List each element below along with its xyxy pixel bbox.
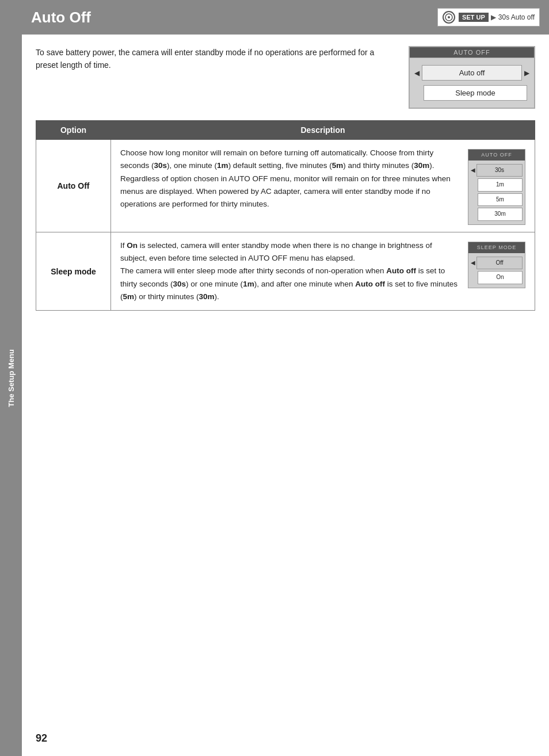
lcd-item-30s: 30s — [476, 164, 523, 177]
option-cell-sleep: Sleep mode — [36, 232, 111, 310]
breadcrumb: SET UP ▶ 30s Auto off — [437, 8, 540, 26]
desc-cell-sleep: If On is selected, camera will enter sta… — [111, 232, 535, 310]
lcd-item-off: Off — [476, 257, 523, 270]
lcd-row-on: On — [471, 271, 523, 284]
option-cell-autooff: Auto Off — [36, 140, 111, 232]
intro-text: To save battery power, the camera will e… — [36, 46, 397, 72]
page-number: 92 — [36, 732, 47, 744]
option-label-sleep: Sleep mode — [51, 267, 96, 276]
lcd-autooff-title: AUTO OFF — [468, 150, 525, 161]
table-row: Auto Off Choose how long monitor will re… — [36, 140, 535, 232]
lcd-item-sleep: Sleep mode — [424, 85, 527, 101]
lcd-row-5m: 5m — [471, 193, 523, 207]
col-description-header: Description — [111, 121, 535, 140]
lcd-small-left-arrow: ◀ — [471, 166, 475, 175]
lcd-main: AUTO OFF ◀ Auto off ▶ Sleep mode — [409, 46, 535, 109]
svg-point-1 — [448, 16, 450, 18]
option-label-autooff: Auto Off — [58, 181, 90, 190]
lcd-row-1m: 1m — [471, 178, 523, 192]
lcd-row-off: ◀ Off — [471, 257, 523, 270]
breadcrumb-item: 30s Auto off — [498, 13, 535, 21]
lcd-left-arrow: ◀ — [414, 69, 420, 77]
lcd-sleep-options: SLEEP MODE ◀ Off On — [468, 242, 525, 288]
desc-cell-autooff: Choose how long monitor will remain on b… — [111, 140, 535, 232]
lcd-row-30s: ◀ 30s — [471, 164, 523, 177]
lcd-item-on: On — [478, 271, 523, 284]
body-intro-section: To save battery power, the camera will e… — [22, 35, 549, 120]
page-title: Auto Off — [31, 9, 91, 26]
options-table: Option Description Auto Off Choose how l… — [36, 120, 535, 311]
lcd-row-autooff: ◀ Auto off ▶ — [414, 65, 529, 81]
lcd-autooff-body: ◀ 30s 1m 5m 30m — [468, 161, 525, 224]
lcd-autooff-options: AUTO OFF ◀ 30s 1m 5m — [468, 149, 525, 225]
col-option-header: Option — [36, 121, 111, 140]
desc-content-sleep: If On is selected, camera will enter sta… — [120, 239, 525, 303]
lcd-row-sleep: Sleep mode — [414, 85, 529, 101]
lcd-main-body: ◀ Auto off ▶ Sleep mode — [410, 58, 534, 108]
lcd-item-30m: 30m — [478, 208, 523, 221]
lcd-item-5m: 5m — [478, 193, 523, 207]
side-tab-label: The Setup Menu — [7, 349, 16, 407]
side-tab: The Setup Menu — [0, 0, 22, 756]
lcd-item-autooff: Auto off — [422, 65, 522, 81]
lcd-sleep-body: ◀ Off On — [468, 253, 525, 288]
table-row: Sleep mode If On is selected, camera wil… — [36, 232, 535, 310]
desc-text-autooff: Choose how long monitor will remain on b… — [120, 147, 461, 211]
desc-text-sleep: If On is selected, camera will enter sta… — [120, 239, 461, 303]
lcd-main-title: AUTO OFF — [410, 47, 534, 58]
lcd-right-arrow: ▶ — [524, 69, 529, 77]
camera-icon — [443, 11, 455, 24]
lcd-row-30m: 30m — [471, 208, 523, 221]
lcd-item-1m: 1m — [478, 178, 523, 192]
setup-badge: SET UP — [459, 13, 489, 22]
lcd-sleep-title: SLEEP MODE — [468, 242, 525, 253]
lcd-small-left-arrow-sleep: ◀ — [471, 258, 475, 268]
main-content: Auto Off SET UP ▶ 30s Auto off To save b… — [22, 0, 549, 756]
breadcrumb-arrow: ▶ — [491, 13, 496, 21]
header-bar: Auto Off SET UP ▶ 30s Auto off — [22, 0, 549, 35]
desc-content-autooff: Choose how long monitor will remain on b… — [120, 147, 525, 225]
